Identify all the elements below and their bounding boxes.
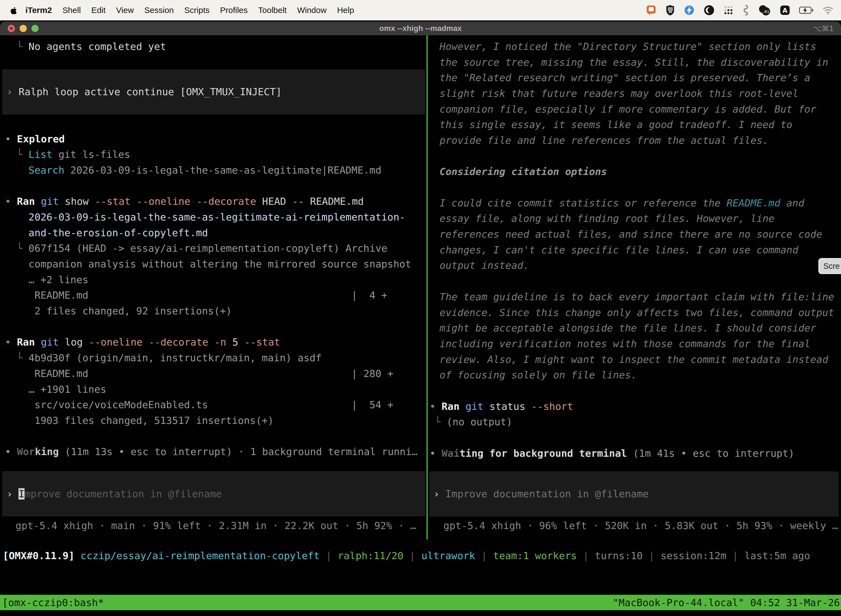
terminal-line: the "Related research writing" section i…	[428, 70, 841, 85]
menu-session[interactable]: Session	[139, 6, 179, 15]
blank-line	[428, 383, 841, 399]
explored-search: Search 2026-03-09-is-legal-the-same-as-l…	[0, 162, 426, 178]
right-pane-rows: However, I noticed the "Directory Struct…	[428, 39, 841, 461]
left-pane[interactable]: └ No agents completed yet› Ralph loop ac…	[0, 35, 426, 540]
shield-icon[interactable]	[665, 5, 675, 16]
terminal-line: src/voice/voiceModeEnabled.ts | 54 +	[0, 397, 426, 413]
ran-git-show: • Ran git show --stat --oneline --decora…	[0, 194, 426, 209]
screen-notification-label: Scre	[823, 262, 840, 271]
battery-icon[interactable]	[799, 7, 813, 14]
window-spacer	[0, 563, 841, 595]
terminal-line: output instead.	[428, 258, 841, 273]
working-status-line: • Working (11m 13s • esc to interrupt) ·…	[0, 444, 426, 459]
waiting-status-line: • Waiting for background terminal (1m 41…	[428, 446, 841, 461]
menu-bar: iTerm2ShellEditViewSessionScriptsProfile…	[0, 0, 841, 21]
menu-help[interactable]: Help	[332, 6, 359, 15]
blank-line	[428, 430, 841, 446]
terminal-line: companion file, especially if more comme…	[428, 101, 841, 117]
svg-text:..61: ..61	[762, 9, 769, 14]
bolt-icon[interactable]	[684, 5, 695, 16]
blank-line	[428, 148, 841, 164]
terminal-line: evidence. Since this change only affects…	[428, 305, 841, 320]
explored-list: └ List git ls-files	[0, 147, 426, 162]
explored-header: • Explored	[0, 131, 426, 147]
menu-items: iTerm2ShellEditViewSessionScriptsProfile…	[20, 6, 359, 15]
left-session-status: gpt-5.4 xhigh · main · 91% left · 2.31M …	[0, 518, 426, 534]
menu-profiles[interactable]: Profiles	[215, 6, 253, 15]
window-title: omx --xhigh --madmax	[0, 24, 841, 33]
left-prompt-input[interactable]: › Improve documentation in @filename	[2, 471, 425, 516]
blank-line	[0, 428, 426, 444]
terminal-line: The team guideline is to back every impo…	[428, 289, 841, 305]
terminal-line: └ 067f154 (HEAD -> essay/ai-reimplementa…	[0, 241, 426, 257]
tmux-host-clock: "MacBook-Pro-44.local" 04:52 31-Mar-26	[612, 597, 840, 608]
ralph-loop-banner: › Ralph loop active continue [OMX_TMUX_I…	[2, 69, 425, 114]
menu-view[interactable]: View	[111, 6, 139, 15]
left-pane-rows: └ No agents completed yet› Ralph loop ac…	[0, 39, 426, 459]
window-shortcut-hint: ⌥⌘1	[813, 24, 834, 33]
terminal-line: essay file, along with finding root file…	[428, 211, 841, 227]
menu-window[interactable]: Window	[292, 6, 332, 15]
terminal-line: 2026-03-09-is-legal-the-same-as-legitima…	[0, 209, 426, 225]
blank-line	[0, 319, 426, 334]
ran-git-status: • Ran git status --short	[428, 399, 841, 414]
terminal-line: companion analysis without altering the …	[0, 256, 426, 272]
terminal-line: README.md | 280 +	[0, 366, 426, 381]
terminal-line: … +1901 lines	[0, 381, 426, 397]
terminal-line: └ 4b9d30f (origin/main, instructkr/main,…	[0, 350, 426, 366]
menu-shell[interactable]: Shell	[57, 6, 86, 15]
blank-line	[428, 273, 841, 289]
menu-toolbelt[interactable]: Toolbelt	[253, 6, 292, 15]
blank-line	[428, 179, 841, 195]
terminal-line: changes, I can't cite specific file line…	[428, 242, 841, 258]
input-a-icon[interactable]: A	[780, 5, 790, 15]
meter-61-icon[interactable]: ..61	[758, 5, 771, 16]
tmux-session-label: [omx-cczip0:bash*	[2, 597, 104, 608]
terminal-line: 2 files changed, 92 insertions(+)	[0, 303, 426, 319]
terminal-line: of focusing solely on file lines.	[428, 367, 841, 383]
screen-notification[interactable]: Scre	[818, 258, 841, 274]
terminal-line: slight risk that future readers may over…	[428, 85, 841, 101]
right-prompt-input[interactable]: › Improve documentation in @filename	[429, 471, 839, 517]
crescent-icon[interactable]	[703, 5, 715, 16]
terminal-line: might be acceptable alongside the file l…	[428, 320, 841, 336]
right-pane[interactable]: However, I noticed the "Directory Struct…	[428, 35, 841, 540]
terminal-line: review. Also, I might want to inspect th…	[428, 352, 841, 367]
blank-line	[0, 178, 426, 194]
reasoning-heading: Considering citation options	[428, 164, 841, 180]
wifi-icon[interactable]	[822, 6, 834, 15]
menu-edit[interactable]: Edit	[86, 6, 111, 15]
terminal-line: However, I noticed the "Directory Struct…	[428, 39, 841, 54]
terminal-line: provide file and line references from th…	[428, 132, 841, 148]
right-session-status: gpt-5.4 xhigh · 96% left · 520K in · 5.8…	[428, 518, 841, 534]
ran-git-log: • Ran git log --oneline --decorate -n 5 …	[0, 334, 426, 350]
chat-icon[interactable]	[646, 5, 657, 16]
terminal-line: 1903 files changed, 513517 insertions(+)	[0, 413, 426, 428]
tmux-panes: └ No agents completed yet› Ralph loop ac…	[0, 35, 841, 540]
terminal-line: the source tree, missing the essay. Stil…	[428, 54, 841, 70]
window-titlebar[interactable]: omx --xhigh --madmax ⌥⌘1	[0, 22, 841, 35]
terminal-line: this single essay, it seems like a good …	[428, 117, 841, 132]
tmux-status-bar: [omx-cczip0:bash* "MacBook-Pro-44.local"…	[0, 595, 841, 610]
iterm2-window: omx --xhigh --madmax ⌥⌘1 └ No agents com…	[0, 22, 841, 616]
terminal-line: … +2 lines	[0, 272, 426, 287]
terminal-line: └ (no output)	[428, 414, 841, 430]
terminal-line: references need actual files, and since …	[428, 226, 841, 242]
terminal-line: including verification notes with those …	[428, 336, 841, 352]
agents-status-line: └ No agents completed yet	[0, 39, 426, 54]
hook-icon[interactable]	[742, 4, 749, 16]
apple-menu-icon[interactable]	[10, 6, 18, 15]
svg-text:A: A	[782, 7, 787, 14]
omx-status-bar: [OMX#0.11.9] cczip/essay/ai-reimplementa…	[0, 548, 841, 563]
menu-iterm2[interactable]: iTerm2	[20, 6, 57, 15]
menubar-status-icons: ..61A	[646, 4, 834, 16]
menu-scripts[interactable]: Scripts	[179, 6, 215, 15]
terminal-line: I could cite commit statistics or refere…	[428, 195, 841, 211]
dots-grid-icon[interactable]	[724, 5, 733, 15]
terminal-line: README.md | 4 +	[0, 287, 426, 303]
terminal-line: and-the-erosion-of-copyleft.md	[0, 225, 426, 241]
